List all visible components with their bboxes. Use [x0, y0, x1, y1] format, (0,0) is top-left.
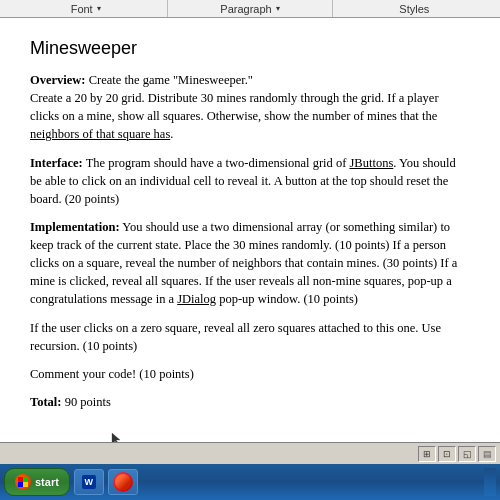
text-cursor [110, 431, 122, 442]
document-body: Overview: Create the game "Minesweeper."… [30, 71, 470, 442]
windows-logo-icon [15, 474, 31, 490]
parrot-icon [113, 472, 133, 492]
word-logo-icon: W [82, 475, 96, 489]
overview-text: Create the game "Minesweeper." [89, 73, 253, 87]
start-label: start [35, 476, 59, 488]
paragraph-section[interactable]: Paragraph ▾ [168, 0, 332, 17]
svg-rect-0 [18, 477, 23, 482]
paragraph-label: Paragraph [220, 3, 271, 15]
overview-label: Overview: [30, 73, 86, 87]
svg-rect-2 [18, 482, 23, 487]
total-text: 90 points [65, 395, 111, 409]
overview-continuation: Create a 20 by 20 grid. Distribute 30 mi… [30, 91, 439, 141]
start-button[interactable]: start [4, 468, 70, 496]
styles-section[interactable]: Styles [333, 0, 496, 17]
word-taskbar-button[interactable]: W [74, 469, 104, 495]
taskbar-clock [484, 468, 496, 496]
status-icon-1: ⊞ [418, 446, 436, 462]
status-icon-2: ⊡ [438, 446, 456, 462]
svg-rect-1 [23, 477, 28, 482]
status-icon-4: ▤ [478, 446, 496, 462]
status-bar: ⊞ ⊡ ◱ ▤ [0, 442, 500, 464]
status-icons: ⊞ ⊡ ◱ ▤ [418, 446, 496, 462]
total-paragraph: Total: 90 points [30, 393, 470, 411]
document-area: Minesweeper Overview: Create the game "M… [0, 18, 500, 442]
jbuttons-underline: JButtons [349, 156, 393, 170]
word-icon: W [81, 474, 97, 490]
paragraph-arrow-icon: ▾ [276, 4, 280, 13]
font-arrow-icon: ▾ [97, 4, 101, 13]
jdialog-underline: JDialog [177, 292, 216, 306]
zero-square-paragraph: If the user clicks on a zero square, rev… [30, 319, 470, 355]
total-label: Total: [30, 395, 62, 409]
document-title: Minesweeper [30, 38, 470, 59]
taskbar: start W [0, 464, 500, 500]
comment-text: Comment your code! (10 points) [30, 367, 194, 381]
implementation-paragraph: Implementation: You should use a two dim… [30, 218, 470, 309]
implementation-label: Implementation: [30, 220, 120, 234]
toolbar: Font ▾ Paragraph ▾ Styles [0, 0, 500, 18]
styles-label: Styles [399, 3, 429, 15]
font-section[interactable]: Font ▾ [4, 0, 168, 17]
status-icon-3: ◱ [458, 446, 476, 462]
interface-label: Interface: [30, 156, 83, 170]
parrot-icon-inner [115, 474, 131, 490]
overview-paragraph: Overview: Create the game "Minesweeper."… [30, 71, 470, 144]
comment-paragraph: Comment your code! (10 points) [30, 365, 470, 383]
parrot-taskbar-button[interactable] [108, 469, 138, 495]
neighbors-underline: neighbors of that square has [30, 127, 170, 141]
interface-text: The program should have a two-dimensiona… [30, 156, 456, 206]
interface-paragraph: Interface: The program should have a two… [30, 154, 470, 208]
word-logo-letter: W [85, 477, 94, 487]
svg-rect-3 [23, 482, 28, 487]
font-label: Font [71, 3, 93, 15]
zero-square-text: If the user clicks on a zero square, rev… [30, 321, 441, 353]
